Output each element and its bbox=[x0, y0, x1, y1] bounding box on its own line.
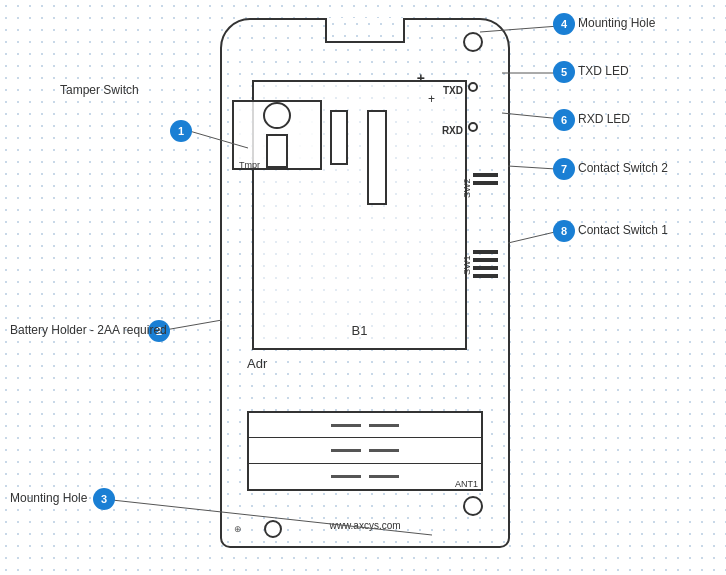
sw1-line4 bbox=[473, 274, 498, 278]
ant-row-2 bbox=[249, 438, 481, 463]
sw1-line2 bbox=[473, 258, 498, 262]
ant-row-3 bbox=[249, 464, 481, 489]
diagram-background: + + B1 Tmpr TXD RXD SW2 bbox=[0, 0, 726, 575]
pcb-board: + + B1 Tmpr TXD RXD SW2 bbox=[220, 18, 510, 548]
mounting-hole-bottom bbox=[463, 496, 483, 516]
corner-symbol: ⊕ bbox=[234, 524, 242, 534]
small-component bbox=[330, 110, 348, 165]
svg-line-1 bbox=[165, 320, 222, 330]
annotation-3: Mounting Hole bbox=[10, 491, 87, 505]
badge-4: 4 bbox=[553, 13, 575, 35]
sw1-line3 bbox=[473, 266, 498, 270]
adr-label: Adr bbox=[247, 356, 267, 371]
sw1-area: SW1 bbox=[463, 245, 503, 285]
battery-plus-symbol: + bbox=[417, 70, 425, 86]
sw2-line1 bbox=[473, 173, 498, 177]
annotation-2: Battery Holder - 2AA required bbox=[10, 323, 167, 337]
battery-b1-label: B1 bbox=[352, 323, 368, 338]
rxd-led-dot bbox=[468, 122, 478, 132]
badge-7: 7 bbox=[553, 158, 575, 180]
annotation-1: Tamper Switch bbox=[60, 83, 139, 97]
ant-label: ANT1 bbox=[455, 479, 478, 489]
mounting-hole-top bbox=[463, 32, 483, 52]
txd-led-dot bbox=[468, 82, 478, 92]
top-cutout bbox=[325, 18, 405, 43]
url-text: www.axcys.com bbox=[329, 520, 400, 531]
inner-plus-symbol: + bbox=[428, 92, 435, 106]
tamper-circle bbox=[263, 102, 291, 129]
annotation-7: Contact Switch 2 bbox=[578, 161, 668, 175]
ant-row-1 bbox=[249, 413, 481, 438]
sw1-text: SW1 bbox=[463, 245, 472, 285]
bottom-hole bbox=[264, 520, 282, 538]
annotation-6: RXD LED bbox=[578, 112, 630, 126]
badge-5: 5 bbox=[553, 61, 575, 83]
txd-label: TXD bbox=[443, 85, 463, 96]
sw1-line1 bbox=[473, 250, 498, 254]
annotation-4: Mounting Hole bbox=[578, 16, 655, 30]
tamper-rect bbox=[266, 134, 288, 168]
sw2-line2 bbox=[473, 181, 498, 185]
badge-8: 8 bbox=[553, 220, 575, 242]
badge-6: 6 bbox=[553, 109, 575, 131]
sw2-text: SW2 bbox=[463, 168, 472, 208]
badge-3: 3 bbox=[93, 488, 115, 510]
antenna-area bbox=[247, 411, 483, 491]
tamper-switch-component: Tmpr bbox=[232, 100, 322, 170]
annotation-5: TXD LED bbox=[578, 64, 629, 78]
rxd-label: RXD bbox=[442, 125, 463, 136]
badge-1: 1 bbox=[170, 120, 192, 142]
tamper-label: Tmpr bbox=[239, 160, 260, 170]
long-component bbox=[367, 110, 387, 205]
sw2-area: SW2 bbox=[463, 168, 503, 208]
annotation-8: Contact Switch 1 bbox=[578, 223, 668, 237]
